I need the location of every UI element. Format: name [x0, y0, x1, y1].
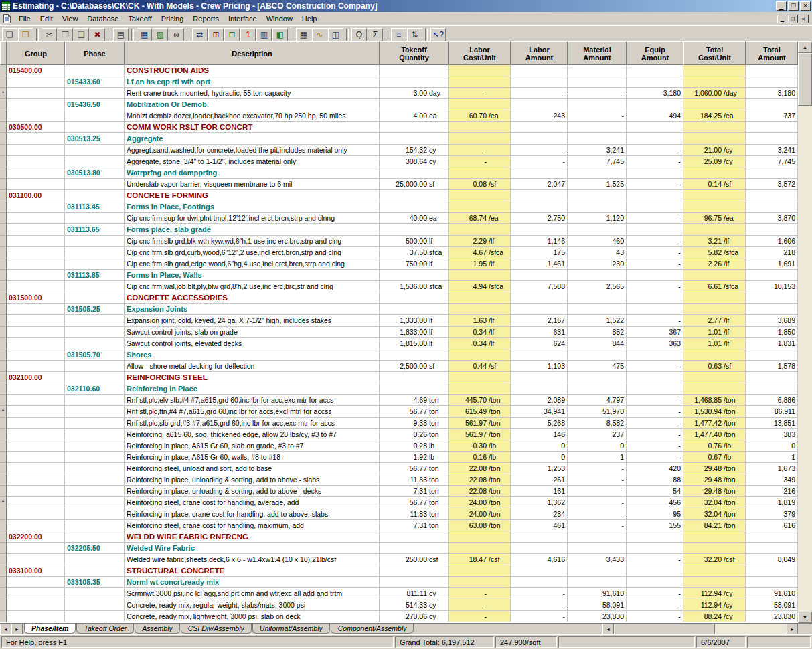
row-selector[interactable]: [0, 452, 7, 463]
cell-total-cost-unit[interactable]: [683, 190, 746, 201]
row-selector[interactable]: [0, 167, 7, 179]
cell-labor-cost-unit[interactable]: [449, 167, 511, 179]
cell-labor-amount[interactable]: [511, 304, 568, 315]
cell-phase[interactable]: [65, 531, 125, 543]
paste-button[interactable]: ❑: [74, 28, 89, 41]
cell-phase[interactable]: [65, 474, 125, 486]
cell-takeoff-quantity[interactable]: 500.00lf: [380, 236, 449, 247]
cell-group[interactable]: [7, 213, 65, 224]
cell-description[interactable]: Reinforcing in place, unloading & sortin…: [125, 474, 380, 486]
quick-takeoff-button[interactable]: ▧: [153, 28, 168, 41]
cell-total-amount[interactable]: 216: [746, 486, 798, 497]
cell-total-cost-unit[interactable]: [683, 224, 746, 236]
print-button[interactable]: ▤: [113, 28, 129, 41]
cell-total-amount[interactable]: 1,673: [746, 463, 798, 474]
cell-takeoff-quantity[interactable]: [380, 167, 449, 179]
cell-labor-amount[interactable]: 1,103: [511, 361, 568, 372]
cell-phase[interactable]: [65, 497, 125, 508]
cell-takeoff-quantity[interactable]: [380, 543, 449, 554]
cell-takeoff-quantity[interactable]: 0.26ton: [380, 429, 449, 440]
scroll-down-button[interactable]: ▼: [798, 612, 812, 623]
cell-equip-amount[interactable]: 3,180: [627, 88, 683, 99]
cell-description[interactable]: Rnf stl,plc,slb grd,#3 #7,a615,grd 60,in…: [125, 418, 380, 429]
cell-total-amount[interactable]: 1,850: [746, 327, 798, 338]
menu-interface[interactable]: Interface: [224, 13, 262, 25]
cell-labor-cost-unit[interactable]: -: [449, 88, 511, 99]
cell-equip-amount[interactable]: -: [627, 156, 683, 167]
cell-labor-amount[interactable]: 2,047: [511, 179, 568, 190]
cell-total-cost-unit[interactable]: 1,477.42/ton: [683, 418, 746, 429]
cell-total-cost-unit[interactable]: [683, 133, 746, 145]
cell-material-amount[interactable]: -: [568, 520, 627, 531]
column-header-desc[interactable]: Description: [125, 41, 380, 65]
cell-material-amount[interactable]: 1: [568, 452, 627, 463]
tab-csi-div-assembly[interactable]: CSI Div/Assembly: [181, 624, 252, 634]
cell-labor-amount[interactable]: [511, 133, 568, 145]
cell-takeoff-quantity[interactable]: 514.33cy: [380, 599, 449, 611]
tab-assembly[interactable]: Assembly: [135, 624, 180, 634]
cell-takeoff-quantity[interactable]: 56.77ton: [380, 406, 449, 418]
cell-description[interactable]: Scrmnwt,3000 psi,inc lcl agg,snd,prt cmn…: [125, 588, 380, 599]
cell-total-cost-unit[interactable]: 32.04/ton: [683, 497, 746, 508]
cell-takeoff-quantity[interactable]: 4.00ea: [380, 110, 449, 122]
cell-takeoff-quantity[interactable]: 1,536.00sfca: [380, 281, 449, 292]
cell-phase[interactable]: [65, 156, 125, 167]
row-selector[interactable]: [0, 338, 7, 349]
cell-phase[interactable]: [65, 190, 125, 201]
cell-total-cost-unit[interactable]: 6.61/sfca: [683, 281, 746, 292]
find-button[interactable]: ∞: [169, 28, 184, 41]
cell-total-cost-unit[interactable]: [683, 65, 746, 76]
cell-total-cost-unit[interactable]: 1.01/lf: [683, 327, 746, 338]
cell-group[interactable]: [7, 327, 65, 338]
cell-material-amount[interactable]: 51,970: [568, 406, 627, 418]
cell-total-cost-unit[interactable]: 0.63/sf: [683, 361, 746, 372]
cell-total-cost-unit[interactable]: [683, 201, 746, 213]
cell-material-amount[interactable]: 237: [568, 429, 627, 440]
cell-equip-amount[interactable]: 367: [627, 327, 683, 338]
cell-group[interactable]: [7, 361, 65, 372]
cell-description[interactable]: Reinforcing in place, A615 Gr 60, walls,…: [125, 452, 380, 463]
cell-group[interactable]: 031100.00: [7, 190, 65, 201]
calculator-button[interactable]: ▦: [296, 28, 311, 41]
cell-description[interactable]: Moblzt demblz,dozer,loader,backhoe excav…: [125, 110, 380, 122]
cell-equip-amount[interactable]: [627, 201, 683, 213]
cell-description[interactable]: Rnf stl,plc,elv slb,#4 #7,a615,grd 60,in…: [125, 395, 380, 406]
tab-takeoff-order[interactable]: Takeoff Order: [76, 624, 134, 634]
cell-labor-amount[interactable]: -: [511, 588, 568, 599]
row-selector[interactable]: [0, 201, 7, 213]
delete-button[interactable]: ✖: [90, 28, 105, 41]
cell-labor-amount[interactable]: [511, 531, 568, 543]
cell-equip-amount[interactable]: 88: [627, 474, 683, 486]
hscroll-right-button[interactable]: ►: [787, 624, 798, 634]
cell-phase[interactable]: [65, 429, 125, 440]
cell-total-amount[interactable]: 1,606: [746, 236, 798, 247]
row-selector[interactable]: [0, 281, 7, 292]
cell-labor-cost-unit[interactable]: 1.95/lf: [449, 258, 511, 270]
row-selector[interactable]: *: [0, 406, 7, 418]
cell-description[interactable]: Reinforcing In Place: [125, 383, 380, 395]
cell-group[interactable]: [7, 497, 65, 508]
cell-labor-amount[interactable]: 631: [511, 327, 568, 338]
cell-total-cost-unit[interactable]: 112.94/cy: [683, 588, 746, 599]
cell-labor-cost-unit[interactable]: [449, 76, 511, 88]
cell-equip-amount[interactable]: [627, 543, 683, 554]
row-selector[interactable]: [0, 474, 7, 486]
document-icon[interactable]: [2, 14, 11, 23]
cell-total-cost-unit[interactable]: 112.94/cy: [683, 599, 746, 611]
cell-takeoff-quantity[interactable]: 0.28lb: [380, 440, 449, 452]
cell-total-amount[interactable]: [746, 383, 798, 395]
cell-phase[interactable]: [65, 508, 125, 520]
cell-labor-cost-unit[interactable]: 24.00/ton: [449, 508, 511, 520]
row-selector[interactable]: [0, 133, 7, 145]
cell-labor-cost-unit[interactable]: [449, 270, 511, 281]
cell-total-amount[interactable]: 737: [746, 110, 798, 122]
cell-takeoff-quantity[interactable]: 37.50sfca: [380, 247, 449, 258]
cell-total-cost-unit[interactable]: [683, 531, 746, 543]
cell-total-amount[interactable]: 91,610: [746, 588, 798, 599]
cell-takeoff-quantity[interactable]: [380, 133, 449, 145]
cell-labor-amount[interactable]: [511, 577, 568, 588]
cell-labor-amount[interactable]: 0: [511, 452, 568, 463]
cell-description[interactable]: Reinforcing, a615 60, sog, thickened edg…: [125, 429, 380, 440]
cell-takeoff-quantity[interactable]: 7.31ton: [380, 520, 449, 531]
cell-description[interactable]: Reinforcing in place, crane cost for han…: [125, 508, 380, 520]
